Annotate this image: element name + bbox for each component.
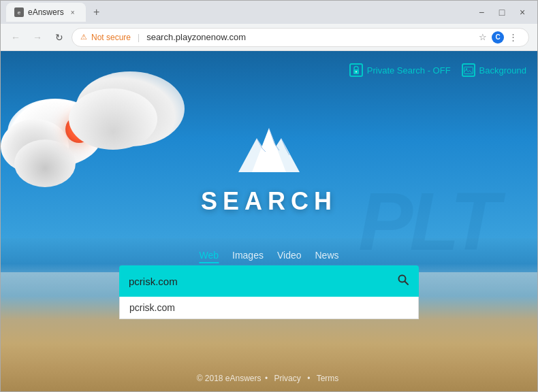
security-icon: ⚠	[80, 33, 87, 42]
search-input[interactable]	[129, 276, 397, 287]
minimize-button[interactable]: −	[472, 3, 491, 22]
maximize-button[interactable]: □	[492, 3, 511, 22]
footer-dot-2: •	[307, 374, 310, 383]
logo-text: SEARCH	[201, 187, 337, 216]
tab-video[interactable]: Video	[277, 248, 302, 263]
search-box-container: pcrisk.com	[119, 265, 419, 319]
search-button[interactable]	[397, 274, 409, 289]
title-bar: e eAnswers × + − □ ×	[1, 1, 537, 24]
suggestion-dropdown: pcrisk.com	[119, 297, 419, 319]
footer-dot-1: •	[265, 374, 268, 383]
footer-terms-link[interactable]: Terms	[317, 374, 339, 383]
tab-favicon: e	[14, 7, 24, 17]
tab-news[interactable]: News	[315, 248, 339, 263]
tab-web[interactable]: Web	[199, 248, 219, 263]
address-separator: |	[138, 33, 140, 42]
security-label: Not secure	[91, 33, 131, 42]
navigation-bar: ← → ↻ ⚠ Not secure | search.playzonenow.…	[1, 24, 537, 51]
close-button[interactable]: ×	[513, 3, 532, 22]
cloud-group-large	[69, 71, 191, 160]
window-controls: − □ ×	[472, 3, 532, 22]
reload-button[interactable]: ↻	[50, 28, 69, 47]
address-actions: ☆ C ⋮	[475, 30, 520, 45]
address-bar[interactable]: ⚠ Not secure | search.playzonenow.com ☆ …	[72, 28, 529, 47]
content-area: PLT Private Search - OFF	[1, 51, 537, 391]
center-logo: SEARCH	[201, 125, 337, 216]
svg-point-1	[355, 71, 357, 73]
svg-marker-6	[272, 138, 300, 172]
browser-window: e eAnswers × + − □ × ← → ↻ ⚠ Not secure …	[0, 0, 538, 392]
bookmark-button[interactable]: ☆	[475, 30, 490, 45]
address-text: search.playzonenow.com	[146, 32, 471, 42]
background-scene: PLT	[1, 51, 537, 391]
menu-button[interactable]: ⋮	[505, 30, 520, 45]
logo-mountains-svg	[228, 125, 310, 179]
tab-close-button[interactable]: ×	[68, 7, 78, 17]
lock-icon	[349, 63, 363, 77]
top-controls: Private Search - OFF Background	[349, 63, 526, 77]
cloud-3	[14, 140, 76, 187]
tab-images[interactable]: Images	[232, 248, 264, 263]
watermark: PLT	[358, 174, 496, 268]
back-button[interactable]: ←	[6, 28, 25, 47]
chrome-extension-button[interactable]: C	[492, 31, 504, 44]
search-tabs: Web Images Video News	[199, 248, 338, 263]
search-box	[119, 265, 419, 297]
footer-privacy-link[interactable]: Privacy	[274, 374, 300, 383]
suggestion-item[interactable]: pcrisk.com	[120, 297, 418, 318]
tab-title: eAnswers	[28, 7, 64, 17]
footer-copyright: © 2018 eAnswers	[197, 374, 262, 383]
cloud-large-2	[69, 88, 157, 150]
footer: © 2018 eAnswers • Privacy • Terms	[1, 374, 537, 383]
title-bar-left: e eAnswers × +	[6, 3, 472, 22]
browser-tab[interactable]: e eAnswers ×	[6, 3, 86, 22]
background-button[interactable]: Background	[462, 63, 526, 77]
background-label: Background	[479, 65, 526, 76]
image-icon	[462, 63, 475, 77]
private-search-label: Private Search - OFF	[367, 65, 451, 76]
forward-button[interactable]: →	[28, 28, 47, 47]
new-tab-button[interactable]: +	[89, 4, 105, 20]
svg-line-8	[405, 282, 409, 285]
private-search-button[interactable]: Private Search - OFF	[349, 63, 451, 77]
